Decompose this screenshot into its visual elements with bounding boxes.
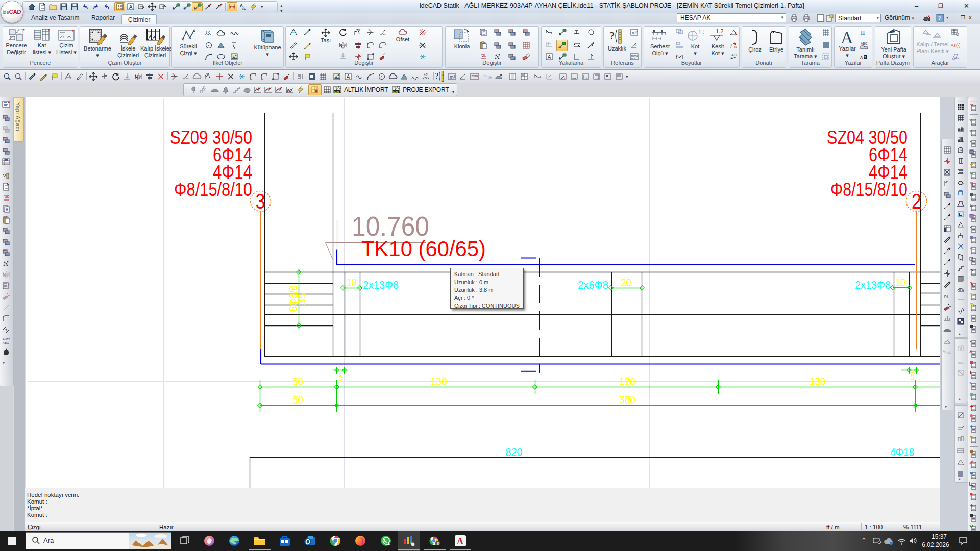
svg-text:Φ8/15/8/10: Φ8/15/8/10: [830, 179, 908, 200]
svg-text:IF: IF: [960, 148, 963, 152]
svg-text:5: 5: [338, 370, 343, 383]
svg-text:3: 3: [256, 189, 265, 213]
svg-text:m²: m²: [632, 30, 638, 35]
svg-text:TK10 (60/65): TK10 (60/65): [361, 237, 486, 261]
svg-text:380: 380: [619, 393, 635, 406]
svg-text:10: 10: [896, 276, 906, 289]
svg-text:m²: m²: [450, 74, 455, 80]
svg-text:4Φ18: 4Φ18: [890, 446, 914, 459]
svg-text:A: A: [860, 55, 863, 60]
svg-text:?: ?: [634, 43, 636, 47]
svg-text:35: 35: [296, 293, 308, 305]
svg-text:?: ?: [938, 15, 941, 21]
svg-text:?: ?: [609, 29, 615, 42]
svg-text:R: R: [734, 45, 737, 49]
svg-text:mm²: mm²: [631, 54, 639, 58]
svg-text:A: A: [547, 54, 551, 60]
svg-text:?: ?: [435, 71, 438, 80]
svg-text:A: A: [457, 536, 463, 546]
svg-text:130: 130: [430, 375, 447, 388]
svg-text:2x6Φ8: 2x6Φ8: [578, 279, 608, 291]
svg-text:130: 130: [810, 375, 825, 388]
svg-text:+2: +2: [424, 73, 428, 77]
svg-text:10: 10: [347, 276, 357, 289]
svg-text:mm²: mm²: [471, 74, 478, 78]
svg-text:DXF: DXF: [334, 90, 340, 93]
svg-text:S: S: [437, 541, 439, 546]
svg-text:123: 123: [954, 56, 960, 59]
svg-text:II: II: [861, 29, 865, 36]
svg-text:AUTO: AUTO: [3, 338, 10, 341]
svg-text:1.2: 1.2: [716, 28, 723, 34]
svg-text:ABC: ABC: [3, 341, 9, 344]
svg-text:z: z: [575, 77, 576, 80]
svg-text:DXF: DXF: [393, 90, 399, 93]
svg-text:2x13Φ8: 2x13Φ8: [855, 279, 891, 291]
svg-text:Φ8/15/8/10: Φ8/15/8/10: [174, 179, 252, 200]
svg-text:?: ?: [3, 173, 6, 179]
svg-text:50: 50: [292, 393, 303, 406]
svg-text:2: 2: [912, 189, 921, 213]
svg-text:A: A: [841, 28, 853, 45]
svg-text:120: 120: [619, 375, 635, 388]
svg-text:2: 2: [359, 29, 361, 32]
svg-text:i: i: [891, 542, 891, 545]
svg-text:20: 20: [621, 276, 631, 289]
svg-text:z: z: [564, 77, 565, 80]
svg-text:5: 5: [910, 370, 915, 383]
svg-text:+2: +2: [205, 30, 210, 34]
svg-text:820: 820: [506, 446, 523, 459]
svg-text:A: A: [347, 74, 350, 80]
svg-text:50: 50: [292, 375, 303, 388]
svg-text:ABC: ABC: [731, 53, 738, 57]
svg-text:/s: /s: [242, 6, 246, 11]
svg-text:2x13Φ8: 2x13Φ8: [363, 279, 399, 291]
svg-text:As(-): As(-): [951, 43, 960, 48]
svg-text:1.2: 1.2: [698, 29, 704, 35]
svg-text:A: A: [129, 4, 132, 10]
svg-text:ABC: ABC: [861, 42, 868, 45]
